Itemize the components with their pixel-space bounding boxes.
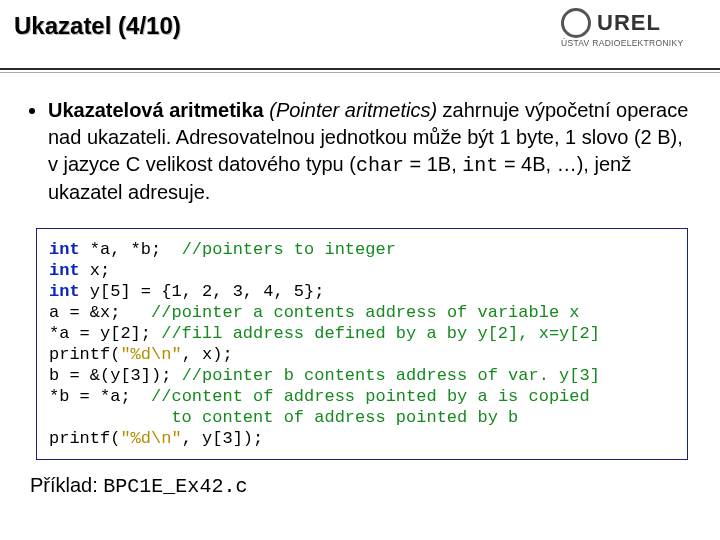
ring-icon (561, 8, 591, 38)
code-text: *a, *b; (80, 240, 182, 259)
bullet-italic: (Pointer aritmetics) (269, 99, 437, 121)
slide-body: Ukazatelová aritmetika (Pointer aritmeti… (0, 73, 720, 498)
code-block: int *a, *b; //pointers to integer int x;… (36, 228, 688, 460)
inline-code-char: char (356, 154, 404, 177)
kw: int (49, 261, 80, 280)
comment: //pointer b contents address of var. y[3… (182, 366, 600, 385)
logo-row: UREL (561, 8, 706, 38)
code-text: printf( (49, 429, 120, 448)
bullet-item: Ukazatelová aritmetika (Pointer aritmeti… (48, 97, 698, 206)
comment: //pointer a contents address of variable… (151, 303, 579, 322)
comment: //content of address pointed by a is cop… (151, 387, 590, 406)
kw: int (49, 282, 80, 301)
code-text: b = &(y[3]); (49, 366, 182, 385)
code-text: *b = *a; (49, 387, 151, 406)
example-label: Příklad: (30, 474, 103, 496)
logo-subtitle: ÚSTAV RADIOELEKTRONIKY (561, 38, 706, 48)
slide: Ukazatel (4/10) UREL ÚSTAV RADIOELEKTRON… (0, 0, 720, 540)
code-text: printf( (49, 345, 120, 364)
bullet-list: Ukazatelová aritmetika (Pointer aritmeti… (22, 97, 698, 206)
code-text: a = &x; (49, 303, 151, 322)
comment: to content of address pointed by b (49, 408, 518, 427)
example-file: BPC1E_Ex42.c (103, 475, 247, 498)
logo-text: UREL (597, 10, 661, 36)
kw: int (49, 240, 80, 259)
bullet-strong: Ukazatelová aritmetika (48, 99, 264, 121)
string: "%d\n" (120, 429, 181, 448)
string: "%d\n" (120, 345, 181, 364)
comment: //pointers to integer (182, 240, 396, 259)
inline-code-int: int (462, 154, 498, 177)
code-text: *a = y[2]; (49, 324, 161, 343)
bullet-text-2: = 1B, (404, 153, 462, 175)
code-text: , y[3]); (182, 429, 264, 448)
code-text: , x); (182, 345, 233, 364)
example-line: Příklad: BPC1E_Ex42.c (22, 460, 698, 498)
slide-header: Ukazatel (4/10) UREL ÚSTAV RADIOELEKTRON… (0, 0, 720, 66)
code-text: x; (80, 261, 111, 280)
code-text: y[5] = {1, 2, 3, 4, 5}; (80, 282, 325, 301)
comment: //fill address defined by a by y[2], x=y… (161, 324, 600, 343)
logo-block: UREL ÚSTAV RADIOELEKTRONIKY (561, 8, 706, 48)
